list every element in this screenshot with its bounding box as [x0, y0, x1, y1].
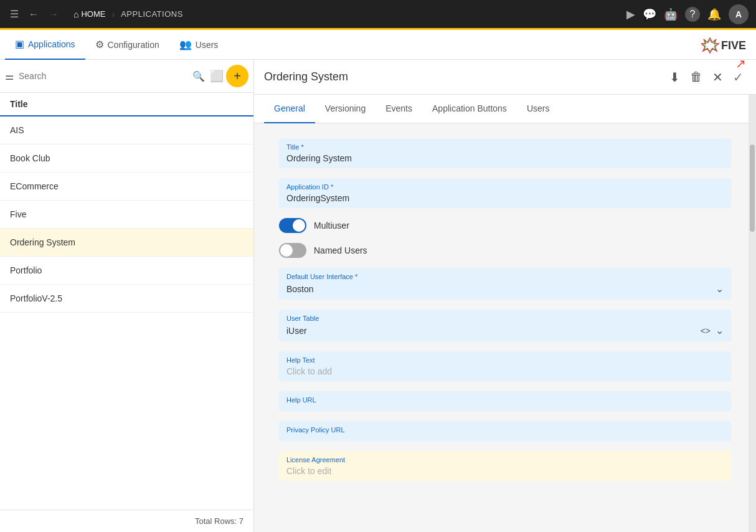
- sidebar-item-portfolio[interactable]: Portfolio: [0, 257, 253, 285]
- sidebar-item-five[interactable]: Five: [0, 201, 253, 229]
- tabbar: ▣ Applications ⚙ Configuration 👥 Users F…: [0, 30, 756, 60]
- help-url-field[interactable]: Help URL: [279, 391, 731, 411]
- close-button[interactable]: ✕: [710, 67, 725, 87]
- user-table-value: iUser: [286, 326, 701, 336]
- user-table-actions: <> ⌄: [701, 325, 724, 336]
- app-id-field[interactable]: Application ID OrderingSystem: [279, 178, 731, 208]
- tab-users[interactable]: 👥 Users: [169, 30, 229, 60]
- help-url-label: Help URL: [286, 396, 724, 404]
- multiuser-slider[interactable]: [279, 218, 306, 233]
- sidebar-footer: Total Rows: 7: [0, 510, 253, 532]
- privacy-policy-label: Privacy Policy URL: [286, 426, 724, 434]
- main: ⚌ 🔍 ⬜ + Title AIS Book Club ECommerce Fi…: [0, 60, 756, 532]
- sidebar-list: AIS Book Club ECommerce Five Ordering Sy…: [0, 116, 253, 510]
- help-text-value[interactable]: Click to add: [286, 366, 724, 376]
- help-icon[interactable]: ?: [685, 7, 700, 22]
- app-id-value[interactable]: OrderingSystem: [286, 193, 724, 203]
- license-agreement-value[interactable]: Click to edit: [286, 466, 724, 476]
- privacy-policy-field[interactable]: Privacy Policy URL: [279, 421, 731, 441]
- tab-versioning[interactable]: Versioning: [315, 95, 376, 123]
- default-ui-dropdown[interactable]: Boston ⌄: [286, 283, 724, 295]
- import-icon[interactable]: ⬜: [210, 69, 224, 83]
- applications-icon: ▣: [15, 38, 24, 50]
- license-agreement-field[interactable]: License Agreement Click to edit: [279, 451, 731, 481]
- tab-applications-label: Applications: [28, 39, 75, 49]
- delete-button[interactable]: 🗑: [687, 67, 705, 87]
- sidebar-toolbar: ⚌ 🔍 ⬜ +: [0, 60, 253, 93]
- sidebar-item-ecommerce[interactable]: ECommerce: [0, 173, 253, 201]
- svg-text:FIVE: FIVE: [721, 39, 746, 52]
- user-table-label: User Table: [286, 315, 724, 322]
- license-agreement-label: License Agreement: [286, 456, 724, 463]
- red-arrow-icon: ↗: [735, 60, 746, 71]
- multiuser-row: Multiuser: [279, 218, 731, 233]
- bell-icon[interactable]: 🔔: [707, 7, 721, 21]
- back-icon[interactable]: ←: [26, 6, 41, 22]
- tab-applications[interactable]: ▣ Applications: [5, 30, 85, 60]
- add-button[interactable]: +: [226, 65, 248, 87]
- default-ui-field[interactable]: Default User Interface Boston ⌄: [279, 268, 731, 300]
- app-id-label: Application ID: [286, 183, 724, 191]
- inner-tabs: General Versioning Events Application Bu…: [254, 95, 756, 123]
- vertical-scrollbar[interactable]: [749, 95, 756, 532]
- title-label: Title: [286, 143, 724, 151]
- sidebar-item-ordering-system[interactable]: Ordering System: [0, 229, 253, 257]
- user-table-field[interactable]: User Table iUser <> ⌄: [279, 310, 731, 341]
- svg-marker-2: [703, 40, 717, 51]
- user-table-chevron[interactable]: ⌄: [716, 325, 724, 336]
- menu-icon[interactable]: ☰: [7, 6, 21, 22]
- title-field[interactable]: Title Ordering System: [279, 138, 731, 168]
- named-users-label: Named Users: [314, 245, 367, 255]
- forward-icon[interactable]: →: [46, 6, 61, 22]
- named-users-row: Named Users: [279, 243, 731, 258]
- tab-users-label: Users: [196, 40, 219, 50]
- detail-title: Ordering System: [264, 70, 667, 83]
- chat-icon[interactable]: 💬: [643, 7, 656, 21]
- breadcrumb: APPLICATIONS: [121, 9, 183, 19]
- navbar-right: ▶ 💬 🤖 ? 🔔 A: [626, 4, 749, 24]
- tab-configuration[interactable]: ⚙ Configuration: [85, 30, 169, 60]
- home-link[interactable]: ⌂ HOME: [73, 9, 105, 19]
- sidebar-column-header: Title: [0, 93, 253, 116]
- sidebar-item-ais[interactable]: AIS: [0, 116, 253, 145]
- detail-header: Ordering System ⬇ 🗑 ✕ ↗ ✓: [254, 60, 756, 95]
- avatar[interactable]: A: [729, 4, 749, 24]
- navbar-breadcrumb-sep: ›: [111, 9, 115, 19]
- robot-icon[interactable]: 🤖: [664, 7, 678, 21]
- navbar: ☰ ← → ⌂ HOME › APPLICATIONS ▶ 💬 🤖 ? 🔔 A: [0, 0, 756, 30]
- configuration-icon: ⚙: [95, 39, 104, 50]
- sidebar-item-portfoliov25[interactable]: PortfolioV-2.5: [0, 285, 253, 313]
- user-table-code-icon[interactable]: <>: [701, 326, 711, 336]
- detail-panel: Ordering System ⬇ 🗑 ✕ ↗ ✓ General Versio…: [254, 60, 756, 532]
- help-text-field[interactable]: Help Text Click to add: [279, 351, 731, 381]
- search-icon[interactable]: 🔍: [192, 70, 205, 82]
- home-icon: ⌂: [73, 9, 78, 19]
- multiuser-toggle[interactable]: [279, 218, 306, 233]
- search-input[interactable]: [19, 65, 190, 87]
- named-users-toggle[interactable]: [279, 243, 306, 258]
- user-table-dropdown[interactable]: iUser <> ⌄: [286, 325, 724, 336]
- title-value[interactable]: Ordering System: [286, 153, 724, 163]
- form-area: Title Ordering System Application ID Ord…: [254, 123, 756, 532]
- five-logo: FIVE: [701, 36, 751, 54]
- download-button[interactable]: ⬇: [667, 67, 683, 87]
- tab-configuration-label: Configuration: [108, 40, 159, 50]
- sidebar-item-book-club[interactable]: Book Club: [0, 145, 253, 173]
- detail-actions: ⬇ 🗑 ✕ ↗ ✓: [667, 67, 746, 87]
- tab-application-buttons[interactable]: Application Buttons: [422, 95, 517, 123]
- default-ui-value: Boston: [286, 284, 716, 294]
- named-users-slider[interactable]: [279, 243, 306, 258]
- home-label: HOME: [81, 9, 105, 19]
- default-ui-label: Default User Interface: [286, 273, 724, 280]
- scrollbar-thumb[interactable]: [750, 145, 755, 232]
- users-icon: 👥: [179, 39, 192, 50]
- default-ui-chevron[interactable]: ⌄: [716, 283, 724, 295]
- filter-icon[interactable]: ⚌: [5, 70, 14, 82]
- multiuser-label: Multiuser: [314, 221, 349, 230]
- tab-events[interactable]: Events: [376, 95, 422, 123]
- help-text-label: Help Text: [286, 356, 724, 364]
- sidebar: ⚌ 🔍 ⬜ + Title AIS Book Club ECommerce Fi…: [0, 60, 254, 532]
- tab-users[interactable]: Users: [517, 95, 560, 123]
- play-icon[interactable]: ▶: [626, 7, 635, 21]
- tab-general[interactable]: General: [264, 95, 315, 123]
